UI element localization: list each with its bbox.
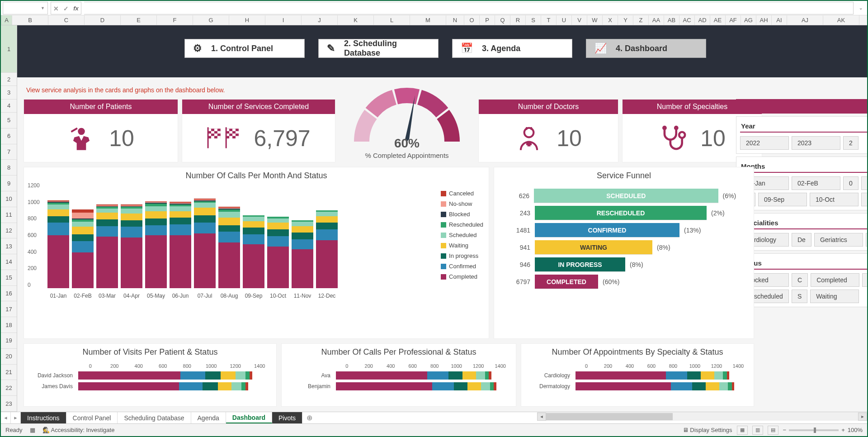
row-header[interactable]: 4: [1, 100, 17, 113]
column-header[interactable]: Q: [495, 15, 510, 25]
sheet-tab[interactable]: Instructions: [21, 412, 66, 423]
column-header[interactable]: AD: [695, 15, 710, 25]
row-header[interactable]: 7: [1, 144, 17, 160]
tab-prev-icon[interactable]: ►: [11, 412, 21, 423]
row-header[interactable]: 14: [1, 254, 17, 270]
display-settings[interactable]: 🖥 Display Settings: [683, 427, 732, 433]
filter-chip[interactable]: Waiting: [810, 290, 859, 303]
row-header[interactable]: 21: [1, 365, 17, 380]
column-header[interactable]: M: [410, 15, 446, 25]
filter-chip[interactable]: 2022: [740, 136, 789, 150]
column-header[interactable]: AF: [726, 15, 741, 25]
row-header[interactable]: 3: [1, 86, 17, 99]
sheet-tab[interactable]: Control Panel: [66, 412, 118, 423]
row-header[interactable]: 10: [1, 191, 17, 207]
row-header[interactable]: 12: [1, 223, 17, 239]
column-header[interactable]: A: [1, 15, 12, 25]
enter-icon[interactable]: ✓: [61, 2, 71, 15]
name-box[interactable]: A1▼: [3, 2, 48, 14]
row-header[interactable]: 18: [1, 317, 17, 333]
column-header[interactable]: AC: [679, 15, 695, 25]
column-header[interactable]: J: [302, 15, 338, 25]
column-header[interactable]: H: [229, 15, 265, 25]
column-header[interactable]: K: [338, 15, 374, 25]
column-header[interactable]: AI: [772, 15, 787, 25]
filter-chip[interactable]: 2: [843, 136, 859, 150]
row-header[interactable]: 11: [1, 207, 17, 223]
cancel-icon[interactable]: ✕: [51, 2, 61, 15]
row-header[interactable]: 23: [1, 396, 17, 412]
zoom-in-icon[interactable]: +: [841, 427, 845, 433]
row-header[interactable]: 9: [1, 176, 17, 191]
column-header[interactable]: L: [374, 15, 410, 25]
column-header[interactable]: AA: [649, 15, 664, 25]
tab-first-icon[interactable]: ◄: [1, 412, 11, 423]
column-header[interactable]: W: [587, 15, 603, 25]
sheet-tab[interactable]: Agenda: [191, 412, 226, 423]
formula-input[interactable]: [84, 2, 854, 14]
column-header[interactable]: B: [12, 15, 48, 25]
add-sheet-icon[interactable]: ⊕: [302, 412, 316, 423]
column-header[interactable]: AJ: [787, 15, 823, 25]
filter-chip[interactable]: Geriatrics: [814, 233, 863, 247]
column-header[interactable]: AK: [823, 15, 859, 25]
row-header[interactable]: 17: [1, 301, 17, 317]
filter-chip[interactable]: Gy: [866, 233, 867, 247]
column-header[interactable]: Y: [618, 15, 633, 25]
zoom-value[interactable]: 100%: [848, 427, 863, 433]
column-header[interactable]: AE: [710, 15, 726, 25]
zoom-slider[interactable]: [789, 429, 839, 431]
filter-chip[interactable]: 1: [861, 193, 867, 206]
column-header[interactable]: O: [464, 15, 480, 25]
row-header[interactable]: 6: [1, 128, 17, 144]
column-header[interactable]: T: [541, 15, 557, 25]
nav-button[interactable]: 📅3. Agenda: [452, 39, 572, 58]
row-header[interactable]: 8: [1, 160, 17, 176]
filter-chip[interactable]: S: [792, 290, 807, 303]
filter-chip[interactable]: C: [862, 273, 867, 287]
column-header[interactable]: X: [603, 15, 618, 25]
column-header[interactable]: C: [48, 15, 85, 25]
filter-chip[interactable]: 2023: [792, 136, 840, 150]
row-header[interactable]: 19: [1, 333, 17, 349]
column-header[interactable]: F: [157, 15, 193, 25]
column-header[interactable]: R: [510, 15, 526, 25]
sheet-tab[interactable]: Scheduling Database: [118, 412, 191, 423]
row-header[interactable]: 20: [1, 349, 17, 365]
column-header[interactable]: AG: [741, 15, 756, 25]
filter-chip[interactable]: 0: [843, 176, 859, 190]
filter-chip[interactable]: 09-Sep: [758, 193, 807, 206]
sheet-tab[interactable]: Dashboard: [226, 412, 272, 423]
column-header[interactable]: U: [557, 15, 572, 25]
row-header[interactable]: 15: [1, 270, 17, 286]
nav-button[interactable]: ✎2. Scheduling Database: [318, 39, 439, 58]
macro-icon[interactable]: ▦: [30, 427, 35, 433]
view-break-icon[interactable]: ▤: [768, 426, 778, 435]
fx-icon[interactable]: fx: [71, 2, 81, 15]
column-header[interactable]: S: [526, 15, 541, 25]
nav-button[interactable]: 📈4. Dashboard: [586, 39, 706, 58]
column-header[interactable]: AB: [664, 15, 679, 25]
row-header[interactable]: 13: [1, 238, 17, 254]
filter-chip[interactable]: 10-Oct: [810, 193, 859, 206]
filter-chip[interactable]: Completed: [811, 273, 859, 287]
filter-chip[interactable]: C: [792, 273, 808, 287]
row-header[interactable]: 2: [1, 73, 17, 86]
column-header[interactable]: V: [572, 15, 587, 25]
column-header[interactable]: E: [121, 15, 157, 25]
view-normal-icon[interactable]: ▦: [737, 426, 748, 435]
column-header[interactable]: N: [446, 15, 464, 25]
filter-chip[interactable]: 05-May: [861, 176, 867, 190]
view-page-icon[interactable]: ▥: [752, 426, 763, 435]
column-header[interactable]: Z: [633, 15, 649, 25]
column-header[interactable]: G: [193, 15, 229, 25]
column-header[interactable]: D: [85, 15, 121, 25]
zoom-out-icon[interactable]: −: [783, 427, 787, 433]
column-header[interactable]: I: [265, 15, 302, 25]
column-header[interactable]: P: [480, 15, 495, 25]
row-header[interactable]: 22: [1, 380, 17, 396]
row-header[interactable]: 5: [1, 113, 17, 128]
column-header[interactable]: AH: [756, 15, 772, 25]
filter-chip[interactable]: De: [792, 233, 811, 247]
row-header[interactable]: 1: [1, 25, 17, 73]
